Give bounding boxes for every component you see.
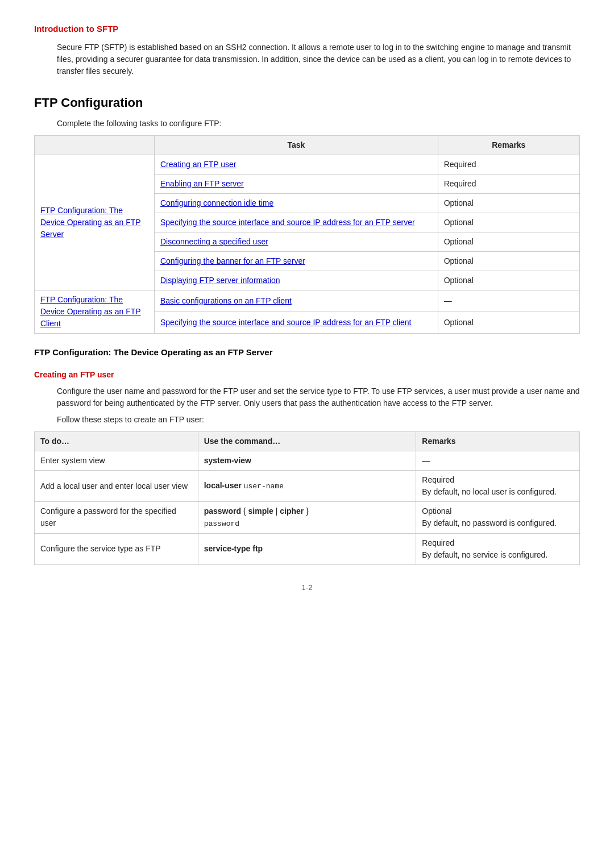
enabling-ftp-server-link[interactable]: Enabling an FTP server xyxy=(160,179,244,188)
ftp-config-intro: Complete the following tasks to configur… xyxy=(57,118,580,130)
source-interface-server-link[interactable]: Specifying the source interface and sour… xyxy=(160,218,415,227)
table-row: Configure a password for the specified u… xyxy=(35,502,580,534)
task-config-idle: Configuring connection idle time xyxy=(154,193,438,213)
table-row: Enter system view system-view — xyxy=(35,451,580,471)
source-interface-client-link[interactable]: Specifying the source interface and sour… xyxy=(160,318,412,327)
remarks-password: OptionalBy default, no password is confi… xyxy=(416,502,580,534)
creating-ftp-user-link[interactable]: Creating an FTP user xyxy=(160,160,237,169)
table-row: Configure the service type as FTP servic… xyxy=(35,533,580,564)
creating-ftp-user-heading: Creating an FTP user xyxy=(34,369,580,381)
todo-system-view: Enter system view xyxy=(35,451,198,471)
remarks-source-interface-server: Optional xyxy=(438,213,579,232)
remarks-config-banner: Optional xyxy=(438,251,579,271)
remarks-creating-ftp-user: Required xyxy=(438,155,579,174)
cmd-system-view: system-view xyxy=(198,451,416,471)
todo-password: Configure a password for the specified u… xyxy=(35,502,198,534)
ftp-server-section-heading: FTP Configuration: The Device Operating … xyxy=(34,346,580,359)
task-creating-ftp-user: Creating an FTP user xyxy=(154,155,438,174)
table-row: Add a local user and enter local user vi… xyxy=(35,471,580,502)
basic-config-client-link[interactable]: Basic configurations on an FTP client xyxy=(160,296,292,305)
disconnecting-user-link[interactable]: Disconnecting a specified user xyxy=(160,237,268,246)
remarks-source-interface-client: Optional xyxy=(438,312,579,333)
table-header-remarks: Remarks xyxy=(438,135,579,155)
col-todo-header: To do… xyxy=(35,432,198,451)
display-ftp-server-link[interactable]: Displaying FTP server information xyxy=(160,276,280,285)
remarks-display-ftp-server: Optional xyxy=(438,271,579,290)
ftp-client-group-cell: FTP Configuration: The Device Operating … xyxy=(35,290,155,333)
creating-ftp-user-table: To do… Use the command… Remarks Enter sy… xyxy=(34,431,580,565)
task-source-interface-server: Specifying the source interface and sour… xyxy=(154,213,438,232)
table-row: FTP Configuration: The Device Operating … xyxy=(35,290,580,312)
cmd-local-user: local-user user-name xyxy=(198,471,416,502)
remarks-system-view: — xyxy=(416,451,580,471)
table-header-left xyxy=(35,135,155,155)
ftp-config-heading: FTP Configuration xyxy=(34,93,580,112)
cmd-service-type: service-type ftp xyxy=(198,533,416,564)
ftp-server-group-cell: FTP Configuration: The Device Operating … xyxy=(35,155,155,290)
creating-ftp-user-body2: Follow these steps to create an FTP user… xyxy=(57,414,580,426)
todo-service-type: Configure the service type as FTP xyxy=(35,533,198,564)
remarks-local-user: RequiredBy default, no local user is con… xyxy=(416,471,580,502)
table-header-task: Task xyxy=(154,135,438,155)
col-command-header: Use the command… xyxy=(198,432,416,451)
table-row: FTP Configuration: The Device Operating … xyxy=(35,155,580,174)
intro-sftp-heading: Introduction to SFTP xyxy=(34,23,580,36)
col-remarks-header: Remarks xyxy=(416,432,580,451)
task-enabling-ftp-server: Enabling an FTP server xyxy=(154,174,438,193)
page-number: 1-2 xyxy=(34,582,580,593)
task-source-interface-client: Specifying the source interface and sour… xyxy=(154,312,438,333)
creating-ftp-user-body1: Configure the user name and password for… xyxy=(57,385,580,409)
task-disconnecting-user: Disconnecting a specified user xyxy=(154,232,438,251)
cmd-password: password { simple | cipher }password xyxy=(198,502,416,534)
remarks-service-type: RequiredBy default, no service is config… xyxy=(416,533,580,564)
task-config-banner: Configuring the banner for an FTP server xyxy=(154,251,438,271)
todo-local-user: Add a local user and enter local user vi… xyxy=(35,471,198,502)
ftp-client-link[interactable]: FTP Configuration: The Device Operating … xyxy=(40,295,141,328)
remarks-disconnecting-user: Optional xyxy=(438,232,579,251)
task-display-ftp-server: Displaying FTP server information xyxy=(154,271,438,290)
remarks-config-idle: Optional xyxy=(438,193,579,213)
task-basic-config-client: Basic configurations on an FTP client xyxy=(154,290,438,312)
config-banner-link[interactable]: Configuring the banner for an FTP server xyxy=(160,256,305,265)
ftp-server-link[interactable]: FTP Configuration: The Device Operating … xyxy=(40,206,141,239)
remarks-basic-config-client: — xyxy=(438,290,579,312)
ftp-config-table: Task Remarks FTP Configuration: The Devi… xyxy=(34,135,580,334)
remarks-enabling-ftp-server: Required xyxy=(438,174,579,193)
intro-sftp-body: Secure FTP (SFTP) is established based o… xyxy=(57,41,580,77)
config-idle-link[interactable]: Configuring connection idle time xyxy=(160,198,273,207)
